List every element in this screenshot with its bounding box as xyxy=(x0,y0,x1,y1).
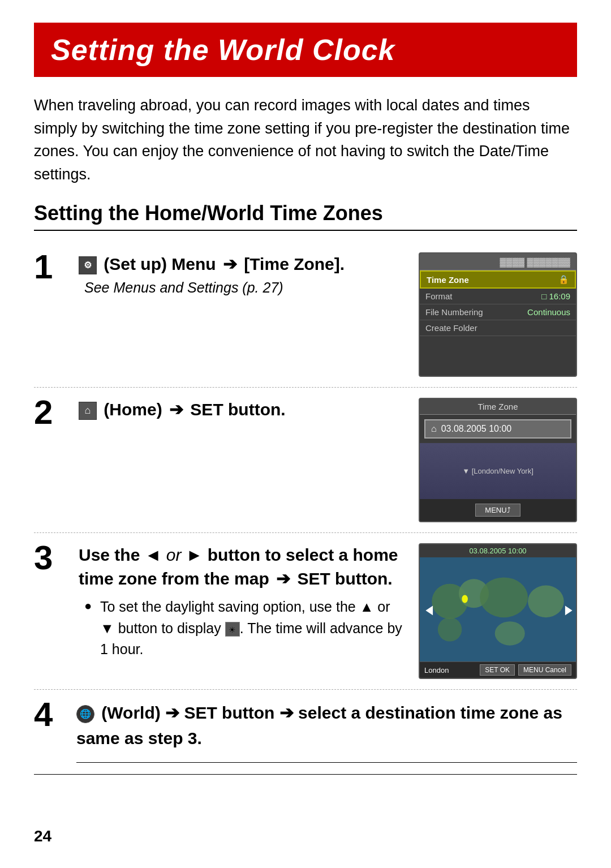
screen3-buttons: SET OK MENU Cancel xyxy=(480,664,571,676)
step-4-number: 4 xyxy=(34,698,65,732)
svg-point-6 xyxy=(495,621,525,645)
step-3-or: or xyxy=(166,545,182,564)
screen1-row-numbering: File Numbering Continuous xyxy=(420,304,576,320)
screen1-row-folder: Create Folder xyxy=(420,320,576,336)
world-icon: 🌐 xyxy=(76,705,94,723)
screen3-map: ◄ ► xyxy=(420,557,576,661)
step-2-text-home: (Home) xyxy=(104,400,167,419)
svg-text:►: ► xyxy=(563,600,575,618)
screen2-title: Time Zone xyxy=(420,399,576,415)
screen2-map-area: ▼ [London/New York] xyxy=(420,443,576,499)
step-1-text-part2: [Time Zone]. xyxy=(244,255,345,273)
screen2-date-row: ⌂ 03.08.2005 10:00 xyxy=(424,419,571,439)
screen3-top: 03.08.2005 10:00 xyxy=(420,544,576,557)
step-1-arrow: ➔ xyxy=(223,255,237,273)
screen3-location: London xyxy=(424,666,449,674)
step-4: 4 🌐 (World) ➔ SET button ➔ select a dest… xyxy=(34,690,577,775)
svg-text:◄: ◄ xyxy=(423,600,435,618)
step-1: 1 ⚙ (Set up) Menu ➔ [Time Zone]. See Men… xyxy=(34,242,577,388)
svg-point-4 xyxy=(528,586,564,618)
step-3-bullets: To set the daylight saving option, use t… xyxy=(79,596,407,660)
step-2-number: 2 xyxy=(34,396,65,429)
svg-point-3 xyxy=(480,577,528,617)
map-svg: ◄ ► xyxy=(420,557,576,661)
map-overlay: ◄ ► xyxy=(420,557,576,661)
home-icon: ⌂ xyxy=(79,402,97,420)
step-1-sub-text: See Menus and Settings (p. 27) xyxy=(79,280,407,296)
screen1-row-timezone: Time Zone 🔒 xyxy=(420,270,576,289)
step-4-main-text: 🌐 (World) ➔ SET button ➔ select a destin… xyxy=(76,700,577,763)
bullet-1: To set the daylight saving option, use t… xyxy=(84,596,407,660)
step-4-arrow2: ➔ xyxy=(279,703,294,722)
screen1-header: ▓▓▓▓ ▓▓▓▓▓▓▓ xyxy=(420,253,576,270)
page-title: Setting the World Clock xyxy=(51,33,560,67)
svg-point-7 xyxy=(462,595,468,603)
page-number: 24 xyxy=(34,827,51,845)
step-1-number: 1 xyxy=(34,250,65,284)
screen3-bottom: London SET OK MENU Cancel xyxy=(420,661,576,678)
page-container: Setting the World Clock When traveling a… xyxy=(0,0,611,809)
step-3-arrow: ➔ xyxy=(276,569,290,588)
section-heading: Setting the Home/World Time Zones xyxy=(34,201,577,231)
screen3-menu-btn: MENU Cancel xyxy=(518,664,571,676)
step-4-arrow1: ➔ xyxy=(165,703,179,722)
step-1-main-text: ⚙ (Set up) Menu ➔ [Time Zone]. xyxy=(79,252,407,276)
intro-text: When traveling abroad, you can record im… xyxy=(34,94,577,186)
step-3-text: Use the ◄ xyxy=(79,545,166,564)
screen2-menu-btn: MENU⤴ xyxy=(475,504,520,517)
step-3: 3 Use the ◄ or ► button to select a home… xyxy=(34,533,577,690)
screen2-map-text: ▼ [London/New York] xyxy=(462,467,533,475)
step-2-content: ⌂ (Home) ➔ SET button. Time Zone ⌂ 03.08… xyxy=(79,398,577,522)
screen-2-image: Time Zone ⌂ 03.08.2005 10:00 ▼ [London/N… xyxy=(419,398,577,522)
step-1-text-part1: (Set up) Menu xyxy=(104,255,221,273)
step-2-main-text: ⌂ (Home) ➔ SET button. xyxy=(79,398,407,422)
step-2-arrow: ➔ xyxy=(169,400,183,419)
svg-point-5 xyxy=(438,617,462,641)
step-3-main-text: Use the ◄ or ► button to select a home t… xyxy=(79,543,407,591)
screen3-set-btn: SET OK xyxy=(480,664,515,676)
screen2-home-icon: ⌂ xyxy=(431,424,437,434)
step-3-set-label: SET button. xyxy=(297,569,392,588)
step-4-set-label: SET button xyxy=(184,703,279,722)
step-2-set-label: SET button. xyxy=(190,400,285,419)
step-2: 2 ⌂ (Home) ➔ SET button. Time Zone ⌂ xyxy=(34,388,577,533)
step-3-content: Use the ◄ or ► button to select a home t… xyxy=(79,543,577,679)
screen1-row-format: Format □ 16:09 xyxy=(420,289,576,304)
step-3-number: 3 xyxy=(34,541,65,575)
screen-1-image: ▓▓▓▓ ▓▓▓▓▓▓▓ Time Zone 🔒 Format □ 16:09 … xyxy=(419,252,577,377)
step-4-world-label: (World) xyxy=(101,703,165,722)
title-banner: Setting the World Clock xyxy=(34,23,577,77)
setup-icon: ⚙ xyxy=(79,256,97,274)
step-1-content: ⚙ (Set up) Menu ➔ [Time Zone]. See Menus… xyxy=(79,252,577,377)
sun-symbol: ☀ xyxy=(225,622,240,637)
screen-3-image: 03.08.2005 10:00 xyxy=(419,543,577,679)
screen2-date: 03.08.2005 10:00 xyxy=(441,424,512,434)
